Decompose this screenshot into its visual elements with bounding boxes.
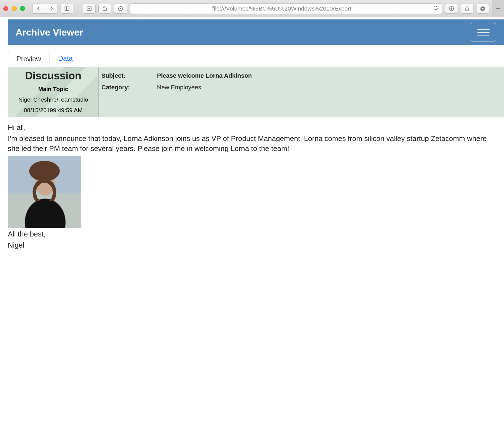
tab-bar: Preview Data [8,51,504,67]
download-icon [449,6,454,11]
top-sites-button[interactable] [83,4,96,14]
tab-label: Data [58,54,73,62]
tab-label: Preview [16,55,41,63]
svg-rect-8 [481,7,485,10]
window-controls [3,6,25,11]
url-text: file:///Volumes/%5BC%5D%20Windows%2010/E… [212,5,351,12]
new-tab-button[interactable]: + [492,0,504,17]
sidebar-button[interactable] [61,4,73,14]
category-value: New Employees [157,84,201,91]
author-name: Nigel Cheshire/Teamstudio [10,96,96,103]
main-topic-label: Main Topic [10,86,96,92]
address-bar[interactable]: file:///Volumes/%5BC%5D%20Windows%2010/E… [130,3,442,14]
password-button[interactable] [114,4,127,14]
svg-rect-0 [65,7,69,10]
category-label: Category: [101,84,157,91]
star-box-icon [86,6,92,11]
message-meta: Discussion Main Topic Nigel Cheshire/Tea… [8,67,504,117]
discussion-heading: Discussion [10,70,96,82]
body-paragraph: I'm pleased to announce that today, Lorn… [8,134,497,154]
home-button[interactable] [98,4,111,14]
tab-data[interactable]: Data [50,51,81,67]
page-viewport: Archive Viewer Preview Data Discussion M… [0,19,504,250]
tabs-button[interactable] [476,4,489,14]
browser-toolbar: file:///Volumes/%5BC%5D%20Windows%2010/E… [0,0,504,17]
downloads-button[interactable] [445,4,458,14]
meta-summary: Discussion Main Topic Nigel Cheshire/Tea… [8,67,99,117]
category-row: Category: New Employees [101,82,501,93]
share-icon [464,6,470,11]
svg-rect-9 [481,7,484,10]
back-button[interactable] [32,4,45,14]
tabs-icon [480,6,485,11]
body-paragraph: All the best, [8,229,497,239]
subject-value: Please welcome Lorna Adkinson [157,72,252,79]
timestamp: 08/15/20199:49:59 AM [10,107,96,114]
plus-icon: + [496,4,500,13]
subject-label: Subject: [101,72,157,79]
tab-preview[interactable]: Preview [8,51,50,67]
hamburger-icon [477,29,490,30]
subject-row: Subject: Please welcome Lorna Adkinson [101,70,501,82]
app-header: Archive Viewer [8,19,504,45]
meta-details: Subject: Please welcome Lorna Adkinson C… [99,67,504,117]
menu-toggle-button[interactable] [471,23,496,42]
sidebar-icon [64,6,70,11]
reload-button[interactable] [433,5,439,12]
share-button[interactable] [461,4,473,14]
reload-icon [433,5,439,11]
zoom-window-button[interactable] [20,6,25,11]
chevron-left-icon [36,6,41,11]
body-paragraph: Hi all, [8,123,497,133]
svg-marker-3 [88,7,90,9]
app-title: Archive Viewer [16,27,83,38]
inline-photo [8,156,81,228]
svg-point-5 [120,8,121,9]
close-window-button[interactable] [3,6,8,11]
message-body: Hi all, I'm pleased to announce that tod… [8,117,497,250]
home-icon [102,6,108,11]
body-paragraph: Nigel [8,240,497,250]
forward-button[interactable] [45,4,58,14]
minimize-window-button[interactable] [12,6,17,11]
key-circle-icon [118,6,123,11]
chevron-right-icon [49,6,54,11]
